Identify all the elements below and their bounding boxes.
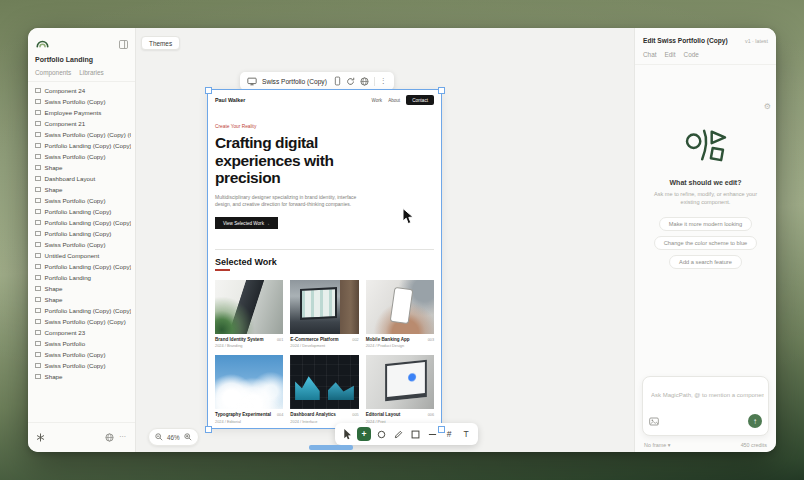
sidebar-item[interactable]: Swiss Portfolio (Copy): [32, 96, 131, 107]
asterisk-icon[interactable]: [36, 428, 45, 446]
sidebar-item[interactable]: Swiss Portfolio: [32, 338, 131, 349]
sidebar-item-label: Employee Payments: [45, 109, 102, 116]
component-icon: [35, 264, 41, 270]
assistant-title: Edit Swiss Portfolio (Copy): [643, 37, 728, 44]
zoom-level[interactable]: 46%: [167, 434, 180, 441]
sidebar-item[interactable]: Component 23: [32, 327, 131, 338]
sidebar-item[interactable]: Component 24: [32, 85, 131, 96]
phone-icon[interactable]: [334, 72, 341, 90]
desktop-icon[interactable]: [247, 72, 257, 90]
project-number: 006: [428, 413, 434, 417]
sidebar-item[interactable]: Portfolio Landing (Copy) (Copy) (Copy): [32, 217, 131, 228]
sidebar-item-label: Portfolio Landing (Copy): [45, 230, 112, 237]
sidebar-item-label: Swiss Portfolio (Copy): [45, 241, 106, 248]
suggestion-pill[interactable]: Add a search feature: [669, 255, 742, 269]
sidebar-item[interactable]: Employee Payments: [32, 107, 131, 118]
design-frame[interactable]: Paul Walker WorkAbout Contact Create You…: [208, 90, 441, 428]
frame-selector[interactable]: No frame ▾: [644, 442, 670, 448]
sidebar-item-label: Shape: [45, 164, 63, 171]
project-title: Mobile Banking App: [366, 337, 410, 342]
project-card[interactable]: Mobile Banking App 003 2024 / Product De…: [366, 280, 434, 349]
shapes-tool-icon[interactable]: [374, 427, 388, 441]
canvas[interactable]: Themes Swiss Portfolio (Copy) ⋮: [136, 28, 634, 452]
design-contact-button[interactable]: Contact: [406, 95, 434, 105]
project-title: Dashboard Analytics: [290, 412, 336, 417]
sidebar-tab[interactable]: Components: [35, 69, 71, 78]
component-icon: [35, 363, 41, 369]
assistant-tab[interactable]: Edit: [665, 51, 676, 60]
sidebar-tab[interactable]: Libraries: [79, 69, 104, 78]
assistant-tab[interactable]: Chat: [643, 51, 657, 60]
send-button[interactable]: ↑: [748, 414, 762, 428]
suggestion-pill[interactable]: Make it more modern looking: [659, 217, 752, 231]
text-tool-icon[interactable]: T: [459, 427, 473, 441]
sidebar-item[interactable]: Portfolio Landing (Copy): [32, 206, 131, 217]
line-tool-icon[interactable]: [425, 427, 439, 441]
design-nav-link[interactable]: About: [388, 98, 400, 103]
sidebar-item[interactable]: Portfolio Landing (Copy) (Copy): [32, 305, 131, 316]
sidebar-item[interactable]: Shape: [32, 184, 131, 195]
zoom-in-icon[interactable]: [184, 433, 192, 442]
sidebar-item[interactable]: Swiss Portfolio (Copy) (Copy) (Copy): [32, 129, 131, 140]
frame-tool-icon[interactable]: [408, 427, 422, 441]
selection-handle-top-left[interactable]: [205, 87, 212, 94]
sidebar-item[interactable]: Portfolio Landing (Copy): [32, 228, 131, 239]
app-window: Portfolio Landing ComponentsLibraries Co…: [28, 28, 776, 452]
sidebar-item[interactable]: Untitled Component: [32, 250, 131, 261]
sidebar-item-label: Untitled Component: [45, 252, 100, 259]
sidebar-item[interactable]: Shape: [32, 294, 131, 305]
project-title: Typography Experimental: [215, 412, 271, 417]
sidebar-item[interactable]: Dashboard Layout: [32, 173, 131, 184]
project-thumbnail: [366, 355, 434, 409]
sidebar-item[interactable]: Shape: [32, 162, 131, 173]
project-card[interactable]: Typography Experimental 004 2024 / Edito…: [215, 355, 283, 424]
sidebar-item[interactable]: Portfolio Landing (Copy) (Copy): [32, 261, 131, 272]
attach-image-icon[interactable]: [649, 412, 659, 430]
sidebar-footer: ⋯: [28, 422, 135, 452]
sidebar-item[interactable]: Shape: [32, 283, 131, 294]
suggestion-pill[interactable]: Change the color scheme to blue: [654, 236, 757, 250]
assistant-tab[interactable]: Code: [684, 51, 699, 60]
sidebar-item[interactable]: Shape: [32, 371, 131, 382]
sidebar-item[interactable]: Portfolio Landing (Copy) (Copy) (Copy): [32, 140, 131, 151]
project-card[interactable]: Dashboard Analytics 005 2024 / Interface: [290, 355, 358, 424]
share-globe-icon[interactable]: [360, 72, 369, 90]
add-component-tool-icon[interactable]: +: [357, 427, 371, 441]
design-nav-link[interactable]: Work: [372, 98, 383, 103]
project-thumbnail: [215, 280, 283, 334]
toolbar-divider: [374, 77, 375, 86]
themes-button[interactable]: Themes: [141, 36, 180, 50]
sidebar-item-label: Swiss Portfolio (Copy) (Copy): [45, 318, 126, 325]
assistant-empty-state: What should we edit? Ask me to refine, m…: [635, 127, 776, 269]
sidebar-item[interactable]: Swiss Portfolio (Copy): [32, 349, 131, 360]
sidebar-item[interactable]: Swiss Portfolio (Copy): [32, 151, 131, 162]
selection-handle-top-right[interactable]: [438, 87, 445, 94]
collapse-sidebar-icon[interactable]: [119, 35, 128, 53]
project-card[interactable]: Brand Identity System 001 2024 / Brandin…: [215, 280, 283, 349]
selection-handle-bottom-right[interactable]: [438, 426, 445, 433]
mouse-cursor: [402, 208, 417, 229]
prompt-composer: ↑: [642, 376, 769, 436]
sidebar-item[interactable]: Swiss Portfolio (Copy): [32, 360, 131, 371]
component-icon: [35, 110, 41, 116]
frame-menu-icon[interactable]: ⋮: [380, 77, 387, 85]
refresh-icon[interactable]: [346, 72, 355, 90]
project-card[interactable]: Editorial Layout 006 2024 / Print: [366, 355, 434, 424]
component-icon: [35, 187, 41, 193]
globe-icon[interactable]: [105, 428, 114, 446]
gear-icon[interactable]: ⚙: [764, 102, 771, 111]
project-card[interactable]: E-Commerce Platform 002 2024 / Developme…: [290, 280, 358, 349]
component-icon: [35, 286, 41, 292]
selection-handle-bottom-left[interactable]: [205, 426, 212, 433]
pencil-tool-icon[interactable]: [391, 427, 405, 441]
select-tool-icon[interactable]: [340, 427, 354, 441]
sidebar-item[interactable]: Swiss Portfolio (Copy) (Copy): [32, 316, 131, 327]
prompt-input[interactable]: [649, 391, 766, 399]
sidebar-item[interactable]: Component 21: [32, 118, 131, 129]
sidebar-item[interactable]: Swiss Portfolio (Copy): [32, 239, 131, 250]
hero-cta-button[interactable]: View Selected Work →: [215, 217, 278, 229]
zoom-out-icon[interactable]: [155, 433, 163, 442]
sidebar-item[interactable]: Portfolio Landing: [32, 272, 131, 283]
more-options-icon[interactable]: ⋯: [119, 433, 127, 441]
sidebar-item[interactable]: Swiss Portfolio (Copy): [32, 195, 131, 206]
